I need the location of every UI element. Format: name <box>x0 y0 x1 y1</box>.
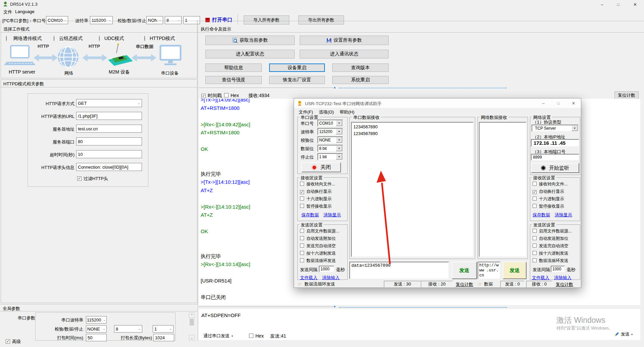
clear-after-send-checkbox[interactable] <box>300 244 304 249</box>
pause-recv-label[interactable]: 暂停接收显示 <box>306 204 332 209</box>
usr-minimize-button[interactable]: – <box>536 98 551 108</box>
net-file-source-label[interactable]: 启用文件数据源... <box>539 228 572 234</box>
send-hex-checkbox[interactable] <box>249 334 253 339</box>
net-file-source-checkbox[interactable] <box>533 229 537 234</box>
recv-to-file-checkbox[interactable] <box>300 182 304 187</box>
scroll-up-icon[interactable]: ⌃ <box>189 312 195 318</box>
advanced-checkbox[interactable] <box>6 339 10 344</box>
clear-after-send-label[interactable]: 发送完自动清空 <box>306 243 336 249</box>
filter-http-label[interactable]: 过滤HTTP头 <box>84 176 108 182</box>
proto-select[interactable]: TCP Server▼ <box>532 125 579 132</box>
serial-recv-box[interactable]: 1234567890 1234567890 <box>351 122 474 257</box>
system-reboot-button[interactable]: 系统重启 <box>332 76 389 84</box>
enter-config-button[interactable]: 进入配置状态 <box>205 50 295 58</box>
g-databits-select[interactable]: 8⌄ <box>114 325 142 333</box>
net-auto-wrap-checkbox[interactable] <box>533 189 537 194</box>
factory-reset-button[interactable]: 恢复出厂设置 <box>269 76 325 84</box>
close-button[interactable]: ✕ <box>626 0 644 9</box>
signal-strength-button[interactable]: 查信号强度 <box>205 76 262 84</box>
usr-close-button[interactable]: ✕ <box>566 98 581 108</box>
auto-wrap-checkbox[interactable] <box>300 189 304 194</box>
maximize-button[interactable]: □ <box>610 0 626 9</box>
net-clear-after-send-checkbox[interactable] <box>533 244 537 249</box>
send-as-hex-checkbox[interactable] <box>300 251 304 256</box>
radio-cloud-label[interactable]: 云组态模式 <box>59 36 83 42</box>
usr-maximize-button[interactable]: □ <box>551 98 566 108</box>
net-file-load-link[interactable]: 文件载入 <box>532 275 549 281</box>
file-load-link[interactable]: 文件载入 <box>300 275 317 281</box>
usr-close-serial-button[interactable]: 关闭 <box>301 162 341 172</box>
save-data-link[interactable]: 保存数据 <box>301 212 319 218</box>
http-header-input[interactable]: Connection: close[0D][0A] <box>76 163 142 171</box>
timestamp-checkbox[interactable] <box>201 93 206 98</box>
net-hex-display-label[interactable]: 十六进制显示 <box>539 196 564 202</box>
net-auto-append-checkbox[interactable] <box>533 236 537 241</box>
http-method-select[interactable]: GET⌄ <box>76 99 142 107</box>
net-send-input[interactable]: http://www .usr. cn <box>478 262 500 279</box>
usr-baud-select[interactable]: 115200▼ <box>317 128 343 135</box>
net-clear-input-link[interactable]: 清除输入 <box>554 275 572 281</box>
g-parity-select[interactable]: NONE⌄ <box>86 325 107 333</box>
hex-label[interactable]: Hex <box>231 93 239 98</box>
send-via-serial-dropdown[interactable]: 通过串口发送 ▾ <box>203 333 233 339</box>
net-auto-wrap-label[interactable]: 自动换行显示 <box>539 189 564 194</box>
auto-append-label[interactable]: 自动发送附加位 <box>306 236 336 242</box>
filter-http-checkbox[interactable] <box>77 176 82 181</box>
reset-counter-button[interactable]: 复位计数 <box>614 91 639 99</box>
net-recv-box[interactable] <box>479 122 527 257</box>
get-params-button[interactable]: 获取当前参数 <box>205 36 295 45</box>
loop-send-label[interactable]: 数据流循环发送 <box>306 258 336 264</box>
send-as-hex-label[interactable]: 按十六进制发送 <box>306 251 336 256</box>
server-port-input[interactable]: 80 <box>76 137 142 145</box>
scroll-marker-icon[interactable]: ▾ <box>334 305 336 308</box>
file-source-label[interactable]: 启用文件数据源... <box>306 228 339 234</box>
usr-databits-select[interactable]: 8 bit▼ <box>317 145 343 152</box>
radio-transparent-label[interactable]: 网络透传模式 <box>13 36 42 42</box>
auto-append-checkbox[interactable] <box>300 236 304 241</box>
net-save-data-link[interactable]: 保存数据 <box>533 212 550 218</box>
clear-display-link[interactable]: 清除显示 <box>324 212 341 218</box>
net-pause-recv-checkbox[interactable] <box>533 204 537 209</box>
corner-send-button[interactable]: 发送 ▾ <box>614 331 633 337</box>
enter-comm-button[interactable]: 进入通讯状态 <box>300 50 389 58</box>
net-pause-recv-label[interactable]: 暂停接收显示 <box>539 204 564 209</box>
query-version-button[interactable]: 查询版本 <box>332 63 389 72</box>
minimize-button[interactable]: – <box>594 0 610 9</box>
scrollbar-thumb[interactable] <box>190 319 194 326</box>
g-stopbits-select[interactable]: 1⌄ <box>153 325 174 333</box>
net-send-as-hex-checkbox[interactable] <box>533 251 537 256</box>
menu-language[interactable]: Language <box>15 9 35 14</box>
net-hex-display-checkbox[interactable] <box>533 197 537 202</box>
radio-httpd-label[interactable]: HTTPD模式 <box>150 36 175 42</box>
hex-display-checkbox[interactable] <box>300 197 304 202</box>
timeout-input[interactable]: 10 <box>76 150 142 158</box>
radio-cloud-mode[interactable] <box>54 36 54 41</box>
hex-display-label[interactable]: 十六进制显示 <box>306 196 332 202</box>
net-auto-append-label[interactable]: 自动发送附加位 <box>539 236 568 242</box>
serial-send-input[interactable]: data=1234567890 <box>349 262 449 279</box>
pause-recv-checkbox[interactable] <box>300 204 304 209</box>
scroll-marker-icon[interactable]: ▴ <box>334 85 336 89</box>
set-all-params-button[interactable]: 设置所有参数 <box>300 36 389 45</box>
net-loop-send-checkbox[interactable] <box>533 258 537 263</box>
net-loop-send-label[interactable]: 数据流循环发送 <box>539 258 568 264</box>
server-addr-input[interactable]: test.usr.cn <box>76 125 142 133</box>
http-url-input[interactable]: /1.php[3F] <box>76 112 142 120</box>
net-interval-input[interactable]: 1000 <box>551 266 565 272</box>
start-listen-button[interactable]: 开始监听 <box>531 163 579 173</box>
net-clear-after-send-label[interactable]: 发送完自动清空 <box>539 243 568 249</box>
serial-reset-counter-link[interactable]: 复位计数 <box>456 281 473 288</box>
g-baud-select[interactable]: 115200⌄ <box>86 316 107 323</box>
scroll-down-icon[interactable]: ⌄ <box>189 335 195 341</box>
recv-to-file-label[interactable]: 接收转向文件... <box>306 181 335 187</box>
usr-stopbits-select[interactable]: 1 bit▼ <box>317 153 343 160</box>
net-send-button[interactable]: 发送 <box>503 262 527 279</box>
import-params-button[interactable]: 导入所有参数 <box>244 15 289 25</box>
device-reboot-button[interactable]: 设备重启 <box>269 63 325 72</box>
auto-wrap-label[interactable]: 自动换行显示 <box>306 189 332 194</box>
radio-transparent-mode[interactable] <box>6 36 7 41</box>
net-clear-display-link[interactable]: 清除显示 <box>555 212 572 218</box>
hex-checkbox[interactable] <box>224 93 229 98</box>
net-recv-to-file-checkbox[interactable] <box>533 182 537 187</box>
help-info-button[interactable]: 帮助信息 <box>205 63 262 72</box>
